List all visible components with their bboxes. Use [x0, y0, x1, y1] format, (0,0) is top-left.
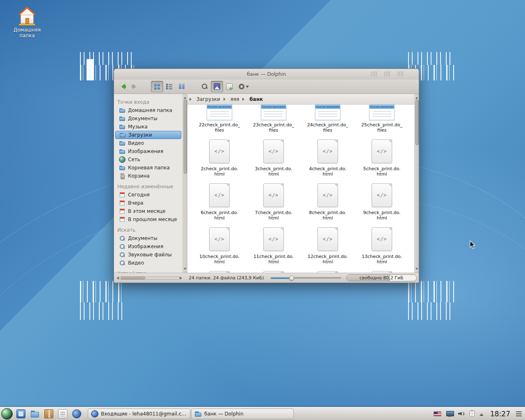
zoom-slider-handle[interactable] — [289, 276, 294, 281]
scroll-left-icon[interactable] — [115, 276, 119, 280]
file-label: 6check_print.do.html — [201, 210, 238, 221]
task-dolphin-bank[interactable]: банк — Dolphin — [191, 409, 294, 419]
file-manager-icon[interactable] — [30, 409, 39, 418]
sidebar-item-network[interactable]: Сеть — [115, 155, 181, 164]
keyboard-layout-us-flag-icon[interactable] — [434, 411, 441, 416]
search-button[interactable] — [199, 81, 211, 92]
scroll-down-icon[interactable] — [415, 268, 418, 271]
file-item[interactable]: 11check_print.do.html — [247, 226, 301, 269]
clock[interactable]: 18:27 — [490, 410, 510, 418]
file-item[interactable]: Платеж выполнен 25check_print.do_files — [355, 105, 409, 138]
clipboard-icon[interactable] — [470, 411, 475, 417]
sidebar-item-root[interactable]: Корневая папка — [115, 164, 181, 172]
columns-view-button[interactable] — [176, 81, 188, 92]
breadcrumb-downloads[interactable]: Загрузки — [194, 96, 222, 103]
sidebar-item-search-images[interactable]: Изображения — [115, 242, 181, 251]
view-scrollbar[interactable] — [414, 94, 419, 273]
scroll-up-icon[interactable] — [184, 96, 186, 99]
minimize-button[interactable] — [371, 71, 378, 77]
file-item[interactable]: 10check_print.do.html — [192, 226, 247, 269]
forward-button[interactable] — [129, 81, 141, 92]
file-label: 22check_print.do_files — [199, 122, 240, 133]
file-item-partial[interactable] — [301, 269, 355, 273]
sidebar-item-search-documents[interactable]: Документы — [115, 234, 181, 242]
panel-toolbox-icon[interactable] — [516, 411, 522, 416]
preview-button[interactable] — [211, 81, 223, 92]
sidebar-item-video[interactable]: Видео — [115, 139, 181, 147]
file-item[interactable]: 8check_print.do.html — [301, 182, 355, 226]
file-label: 23check_print.do_files — [253, 122, 294, 133]
scroll-down-icon[interactable] — [184, 268, 186, 271]
firefox-icon — [91, 410, 98, 418]
scroll-up-icon[interactable] — [415, 96, 418, 99]
file-item[interactable]: Платеж выполнен 23check_print.do_files — [247, 105, 301, 138]
html-file-icon — [372, 271, 392, 273]
file-item[interactable]: 9check_print.do.html — [355, 182, 409, 226]
file-item[interactable]: 3check_print.do.html — [247, 138, 301, 182]
sidebar-item-this-month[interactable]: В этом месяце — [115, 207, 181, 215]
breadcrumb-yayaya[interactable]: яяя — [228, 96, 242, 103]
home-folder-icon — [17, 7, 37, 25]
volume-icon[interactable] — [458, 411, 465, 417]
sidebar-item-today[interactable]: Сегодня — [115, 191, 181, 199]
expand-tray-icon[interactable] — [479, 411, 484, 416]
scroll-right-icon[interactable] — [180, 276, 184, 280]
close-button[interactable] — [397, 71, 404, 77]
file-item[interactable]: 2check_print.do.html — [192, 138, 247, 182]
file-label: 5check_print.do.html — [363, 166, 400, 177]
html-file-icon — [372, 183, 392, 207]
file-label: 10check_print.do.html — [199, 254, 240, 265]
sidebar-item-trash[interactable]: Корзина — [115, 172, 181, 180]
split-view-button[interactable] — [223, 81, 235, 92]
scrollbar-thumb[interactable] — [415, 100, 419, 145]
file-label: 3check_print.do.html — [255, 166, 292, 177]
sidebar-item-music[interactable]: Музыка — [115, 123, 181, 131]
file-item-partial[interactable] — [192, 269, 247, 273]
file-item[interactable]: Платеж выполнен 24check_print.do_files — [301, 105, 355, 138]
file-item[interactable]: 5check_print.do.html — [355, 138, 409, 182]
sidebar-item-home[interactable]: Домашняя папка — [115, 106, 181, 114]
file-item[interactable]: 4check_print.do.html — [301, 138, 355, 182]
breadcrumb-bank[interactable]: банк — [247, 96, 265, 103]
maximize-button[interactable] — [384, 71, 391, 77]
file-label: 13check_print.do.html — [362, 254, 402, 265]
file-view[interactable]: Платеж выполнен 22check_print.do_files П… — [187, 105, 414, 273]
icons-view-button[interactable] — [151, 81, 163, 92]
back-button[interactable] — [116, 81, 129, 92]
places-scrollbar[interactable] — [183, 94, 187, 273]
sidebar-item-documents[interactable]: Документы — [115, 114, 181, 123]
file-label: 8check_print.do.html — [309, 210, 346, 221]
firefox-icon[interactable] — [72, 409, 81, 418]
file-label: 25check_print.do_files — [361, 122, 402, 133]
home-folder-shortcut[interactable]: Домашняя папка — [7, 7, 47, 39]
details-view-button[interactable] — [163, 81, 176, 92]
sidebar-item-search-video[interactable]: Видео — [115, 259, 181, 267]
computer-icon[interactable] — [16, 409, 25, 418]
text-editor-icon[interactable] — [58, 409, 67, 418]
scrollbar-thumb[interactable] — [121, 277, 145, 279]
file-item[interactable]: 7check_print.do.html — [247, 182, 301, 226]
places-horizontal-scrollbar[interactable] — [115, 276, 184, 280]
sidebar-item-yesterday[interactable]: Вчера — [115, 199, 181, 207]
titlebar[interactable]: банк — Dolphin — [114, 69, 419, 80]
sidebar-item-images[interactable]: Изображения — [115, 147, 181, 155]
desktop: Домашняя папка банк — Dolphin — [0, 0, 525, 420]
application-launcher-button[interactable] — [1, 408, 13, 420]
file-item[interactable]: 6check_print.do.html — [192, 182, 247, 226]
file-item[interactable]: 12check_print.do.html — [301, 226, 355, 269]
package-icon[interactable] — [44, 409, 53, 418]
file-item-partial[interactable] — [355, 269, 409, 273]
zoom-slider[interactable] — [271, 276, 341, 281]
sidebar-item-last-month[interactable]: В прошлом месяце — [115, 215, 181, 224]
task-firefox-inbox[interactable]: Входящие - leha48011@gmail.com - — [88, 409, 190, 419]
scrollbar-thumb[interactable] — [184, 100, 187, 173]
control-menu-button[interactable] — [235, 81, 252, 92]
sidebar-item-search-audio[interactable]: Звуковые файлы — [115, 251, 181, 259]
file-item[interactable]: Платеж выполнен 22check_print.do_files — [192, 105, 247, 138]
sidebar-item-downloads[interactable]: Загрузки — [115, 131, 181, 139]
network-globe-icon — [119, 156, 126, 163]
file-item-partial[interactable] — [247, 269, 301, 273]
html-file-icon — [317, 139, 338, 163]
display-icon[interactable] — [446, 411, 453, 417]
file-item[interactable]: 13check_print.do.html — [355, 226, 409, 269]
